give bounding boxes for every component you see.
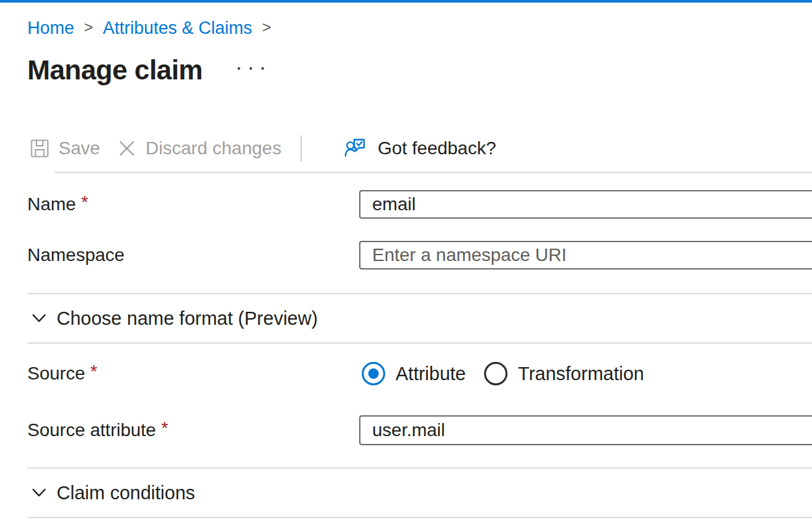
page-title: Manage claim — [27, 53, 202, 87]
source-attribute-input[interactable] — [359, 415, 812, 445]
toolbar-divider — [301, 135, 302, 161]
top-accent-bar — [0, 0, 812, 3]
ellipsis-icon[interactable]: ··· — [235, 60, 271, 73]
section-claim-conditions-label: Claim conditions — [57, 482, 195, 504]
dismiss-icon — [117, 139, 137, 158]
got-feedback-button[interactable]: Got feedback? — [344, 137, 496, 160]
breadcrumb-link-home[interactable]: Home — [27, 18, 74, 38]
name-field-label: Name* — [27, 194, 359, 215]
save-icon — [30, 139, 49, 158]
chevron-down-icon — [32, 314, 46, 323]
radio-transformation[interactable] — [484, 362, 508, 385]
breadcrumb-link-attributes-claims[interactable]: Attributes & Claims — [103, 18, 252, 38]
command-bar: Save Discard changes Got feedb — [27, 133, 812, 164]
radio-transformation-label[interactable]: Transformation — [518, 363, 644, 385]
radio-attribute[interactable] — [362, 362, 385, 385]
radio-attribute-label[interactable]: Attribute — [396, 363, 466, 385]
section-divider — [27, 517, 812, 518]
name-input[interactable] — [359, 190, 812, 219]
chevron-down-icon — [32, 488, 46, 497]
source-field-label: Source* — [27, 363, 359, 384]
required-asterisk: * — [161, 418, 169, 438]
required-asterisk: * — [90, 361, 98, 381]
breadcrumb: Home > Attributes & Claims > — [27, 18, 812, 38]
got-feedback-label: Got feedback? — [377, 138, 496, 159]
chevron-right-icon: > — [262, 18, 271, 37]
section-divider — [27, 342, 812, 344]
feedback-icon — [344, 137, 367, 160]
source-radio-group: Attribute Transformation — [362, 362, 812, 385]
section-choose-name-format[interactable]: Choose name format (Preview) — [0, 294, 812, 342]
discard-changes-button[interactable]: Discard changes — [117, 138, 282, 159]
namespace-field-label: Namespace — [27, 245, 359, 266]
namespace-input[interactable] — [359, 241, 812, 269]
save-button[interactable]: Save — [30, 138, 100, 159]
discard-changes-label: Discard changes — [146, 138, 282, 159]
source-attribute-field-label: Source attribute* — [27, 420, 359, 441]
save-label: Save — [59, 138, 100, 159]
section-claim-conditions[interactable]: Claim conditions — [0, 469, 812, 517]
chevron-right-icon: > — [84, 18, 93, 37]
section-choose-name-format-label: Choose name format (Preview) — [57, 308, 318, 329]
required-asterisk: * — [81, 192, 88, 212]
toolbar-divider-line — [55, 172, 812, 173]
